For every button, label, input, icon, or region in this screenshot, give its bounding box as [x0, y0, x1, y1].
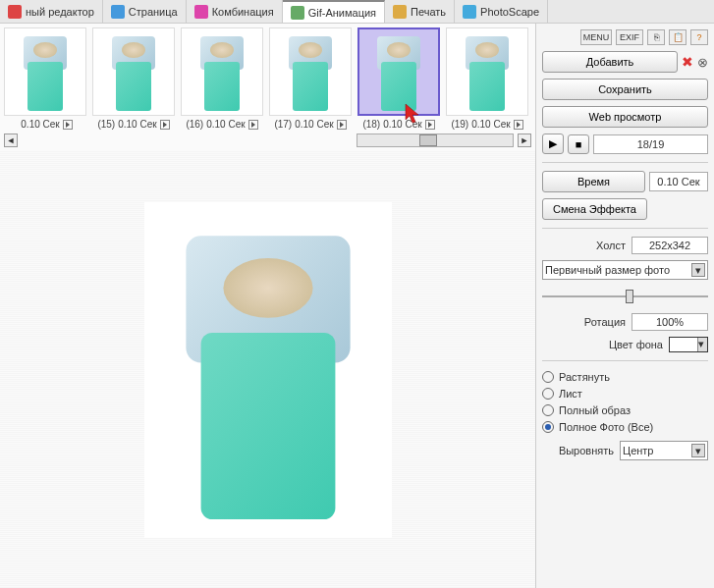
- editor-icon: [8, 5, 22, 19]
- thumbnail[interactable]: (18) 0.10 Сек: [356, 27, 442, 130]
- gif-icon: [291, 6, 304, 20]
- size-slider[interactable]: [542, 288, 708, 305]
- chevron-down-icon: ▾: [691, 444, 705, 457]
- play-icon[interactable]: [63, 120, 73, 130]
- resize-mode-value: Первичный размер фото: [545, 264, 670, 276]
- fit-option[interactable]: Полный образ: [542, 404, 708, 416]
- time-value: 0.10 Сек: [649, 172, 708, 191]
- thumb-image: [357, 27, 440, 116]
- align-value: Центр: [623, 445, 654, 456]
- thumb-image: [269, 27, 352, 116]
- left-panel: 0.10 Сек (15) 0.10 Сек (16) 0.10 Сек (17…: [0, 24, 535, 588]
- tab-bar: ный редакторСтраницаКомбинацияGif-Анимац…: [0, 0, 714, 24]
- tab-label: PhotoScape: [480, 6, 539, 18]
- fit-option[interactable]: Лист: [542, 388, 708, 400]
- radio-icon: [542, 388, 554, 400]
- play-icon[interactable]: [425, 120, 435, 130]
- thumb-caption: (17) 0.10 Сек: [274, 119, 346, 130]
- fit-option[interactable]: Растянуть: [542, 371, 708, 383]
- tab-label: Gif-Анимация: [308, 7, 376, 19]
- add-button[interactable]: Добавить: [542, 51, 678, 73]
- bgcolor-swatch[interactable]: ▾: [669, 337, 708, 352]
- thumb-caption: (19) 0.10 Сек: [451, 119, 522, 130]
- tab-label: Печать: [411, 6, 446, 18]
- tab-gif-анимация[interactable]: Gif-Анимация: [283, 0, 385, 23]
- play-button[interactable]: ▶: [542, 134, 564, 154]
- delete-all-icon[interactable]: ⊗: [697, 55, 708, 70]
- stop-button[interactable]: ■: [568, 134, 589, 154]
- print-icon: [393, 5, 407, 19]
- align-select[interactable]: Центр ▾: [620, 441, 708, 460]
- fit-option-label: Полный образ: [559, 404, 631, 416]
- thumbnail-strip: 0.10 Сек (15) 0.10 Сек (16) 0.10 Сек (17…: [0, 24, 535, 132]
- tab-страница[interactable]: Страница: [103, 0, 187, 23]
- tab-label: Страница: [129, 6, 178, 18]
- thumbnail[interactable]: 0.10 Сек: [2, 27, 88, 130]
- play-icon[interactable]: [337, 120, 347, 130]
- combination-icon: [194, 5, 208, 19]
- scroll-left-button[interactable]: ◄: [4, 134, 18, 147]
- thumb-image: [4, 27, 86, 116]
- tab-ный-редактор[interactable]: ный редактор: [0, 0, 103, 23]
- resize-mode-select[interactable]: Первичный размер фото ▾: [542, 260, 708, 280]
- delete-icon[interactable]: ✖: [682, 54, 693, 70]
- thumb-image: [446, 27, 528, 116]
- radio-icon: [542, 421, 554, 433]
- page-icon: [111, 5, 125, 19]
- play-icon[interactable]: [248, 120, 258, 130]
- photoscape-icon: [463, 5, 476, 19]
- tab-печать[interactable]: Печать: [385, 0, 455, 23]
- play-icon[interactable]: [514, 120, 523, 130]
- exif-button[interactable]: EXIF: [616, 29, 643, 45]
- fit-option-label: Растянуть: [559, 371, 610, 383]
- save-button[interactable]: Сохранить: [542, 79, 708, 100]
- align-label: Выровнять: [542, 445, 614, 456]
- tab-photoscape[interactable]: PhotoScape: [455, 0, 548, 23]
- copy-icon[interactable]: ⎘: [647, 29, 665, 45]
- thumb-caption: 0.10 Сек: [18, 119, 72, 130]
- rotation-label: Ротация: [542, 316, 626, 328]
- thumb-image: [181, 27, 263, 116]
- fit-option[interactable]: Полное Фото (Все): [542, 421, 708, 433]
- right-panel: MENU EXIF ⎘ 📋 ? Добавить ✖ ⊗ Сохранить W…: [535, 24, 714, 588]
- scroll-right-button[interactable]: ►: [518, 134, 531, 147]
- canvas-label: Холст: [542, 240, 626, 251]
- thumbnail[interactable]: (19) 0.10 Сек: [444, 27, 530, 130]
- time-button[interactable]: Время: [542, 171, 645, 192]
- radio-icon: [542, 371, 554, 383]
- fit-option-label: Лист: [559, 388, 582, 400]
- bgcolor-label: Цвет фона: [542, 339, 663, 350]
- thumb-caption: (16) 0.10 Сек: [186, 119, 257, 130]
- menu-button[interactable]: MENU: [580, 29, 612, 45]
- preview-image: [144, 202, 392, 538]
- fit-mode-group: РастянутьЛистПолный образПолное Фото (Вс…: [542, 369, 708, 435]
- radio-icon: [542, 404, 554, 416]
- thumbnail[interactable]: (17) 0.10 Сек: [267, 27, 354, 130]
- tab-label: ный редактор: [26, 6, 94, 18]
- thumbnail[interactable]: (15) 0.10 Сек: [90, 27, 177, 130]
- rotation-value: 100%: [632, 313, 708, 331]
- tab-label: Комбинация: [212, 6, 274, 18]
- thumb-image: [92, 27, 175, 116]
- effect-button[interactable]: Смена Эффекта: [542, 198, 647, 220]
- canvas-size-value: 252x342: [632, 237, 708, 254]
- thumb-caption: (18) 0.10 Сек: [362, 119, 434, 130]
- thumbnail-scrollbar[interactable]: [357, 134, 514, 147]
- help-icon[interactable]: ?: [690, 29, 708, 45]
- paste-icon[interactable]: 📋: [669, 29, 687, 45]
- fit-option-label: Полное Фото (Все): [559, 421, 653, 433]
- thumb-caption: (15) 0.10 Сек: [97, 119, 169, 130]
- canvas-area: [0, 151, 535, 588]
- thumbnail[interactable]: (16) 0.10 Сек: [179, 27, 265, 130]
- tab-комбинация[interactable]: Комбинация: [187, 0, 283, 23]
- webview-button[interactable]: Web просмотр: [542, 106, 708, 128]
- frame-readout: 18/19: [593, 134, 708, 154]
- chevron-down-icon: ▾: [691, 263, 705, 277]
- play-icon[interactable]: [160, 120, 170, 130]
